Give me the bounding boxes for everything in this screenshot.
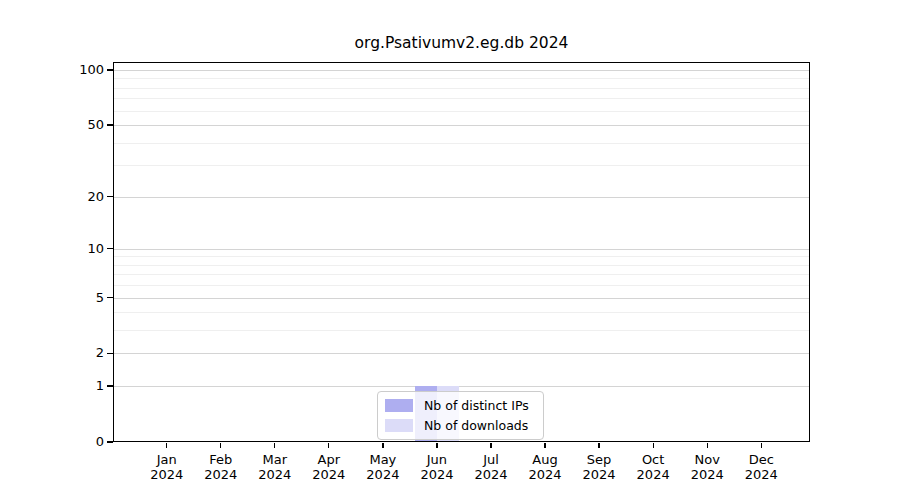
x-axis-tick (274, 443, 275, 448)
y-tick-label: 10 (44, 241, 104, 257)
month-label: Dec (729, 452, 793, 467)
x-axis-tick (382, 443, 383, 448)
y-axis-tick (107, 297, 113, 298)
y-tick-label: 50 (44, 117, 104, 133)
year-label: 2024 (729, 467, 793, 482)
x-axis-tick (166, 443, 167, 448)
gridline-minor (113, 165, 810, 166)
plot-frame (113, 62, 810, 442)
y-tick-label: 20 (44, 189, 104, 205)
gridline-major (113, 197, 810, 198)
gridline-minor (113, 88, 810, 89)
y-axis-tick (107, 353, 113, 354)
y-axis-tick (107, 124, 113, 125)
y-axis-tick (107, 385, 113, 386)
y-axis-tick (107, 248, 113, 249)
gridline-minor (113, 274, 810, 275)
gridline-major (113, 298, 810, 299)
gridline-minor (113, 256, 810, 257)
gridline-major (113, 70, 810, 71)
gridline-minor (113, 111, 810, 112)
legend-label-distinct-ips: Nb of distinct IPs (424, 398, 529, 413)
downloads-swatch (385, 419, 413, 432)
x-axis-tick (544, 443, 545, 448)
y-tick-label: 100 (44, 62, 104, 78)
legend-item-distinct-ips: Nb of distinct IPs (385, 398, 535, 413)
gridline-minor (113, 143, 810, 144)
gridline-major (113, 125, 810, 126)
x-axis-tick (490, 443, 491, 448)
gridline-minor (113, 330, 810, 331)
gridline-major (113, 249, 810, 250)
x-axis-tick (220, 443, 221, 448)
x-axis-tick (761, 443, 762, 448)
chart-title: org.Psativumv2.eg.db 2024 (113, 34, 810, 52)
x-axis-tick (328, 443, 329, 448)
download-stats-chart: org.Psativumv2.eg.db 2024 0125102050100J… (0, 0, 900, 500)
y-tick-label: 1 (44, 378, 104, 394)
y-tick-label: 2 (44, 345, 104, 361)
x-axis-tick (598, 443, 599, 448)
legend: Nb of distinct IPs Nb of downloads (377, 391, 544, 440)
y-axis-tick (107, 196, 113, 197)
gridline-minor (113, 312, 810, 313)
x-axis-tick (436, 443, 437, 448)
legend-item-downloads: Nb of downloads (385, 418, 535, 433)
gridline-minor (113, 265, 810, 266)
y-axis-tick (107, 69, 113, 70)
y-tick-label: 5 (44, 290, 104, 306)
y-axis-tick (107, 441, 113, 442)
gridline-minor (113, 285, 810, 286)
gridline-major (113, 386, 810, 387)
gridline-major (113, 353, 810, 354)
gridline-minor (113, 78, 810, 79)
legend-label-downloads: Nb of downloads (424, 418, 528, 433)
y-tick-label: 0 (44, 434, 104, 450)
plot-area (113, 62, 810, 442)
x-axis-tick (653, 443, 654, 448)
distinct-ips-swatch (385, 399, 413, 412)
gridline-minor (113, 98, 810, 99)
x-tick-label: Dec2024 (729, 452, 793, 482)
x-axis-tick (707, 443, 708, 448)
